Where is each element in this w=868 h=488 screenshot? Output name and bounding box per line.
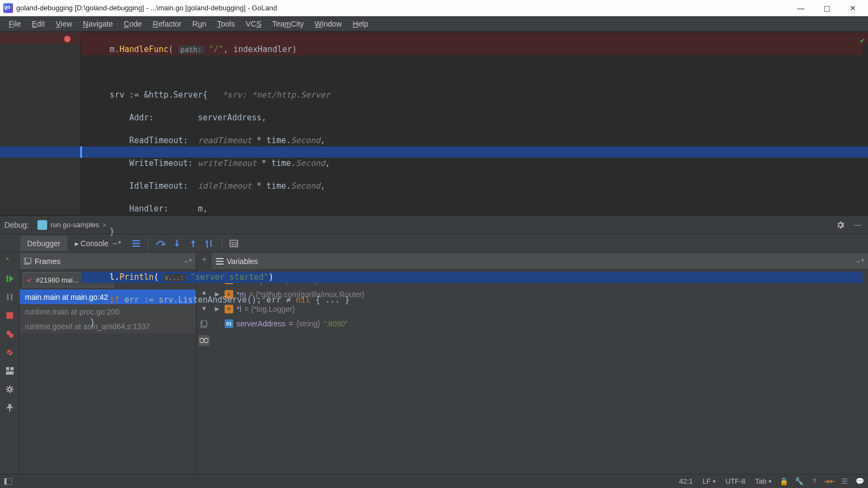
- debug-label: Debug:: [4, 221, 29, 229]
- svg-point-11: [8, 388, 11, 391]
- svg-rect-10: [6, 371, 14, 375]
- menu-tools[interactable]: Tools: [212, 17, 240, 30]
- svg-rect-1: [7, 275, 8, 282]
- gopher-icon: [37, 220, 47, 230]
- menu-view[interactable]: View: [50, 17, 78, 30]
- svg-rect-9: [10, 367, 14, 370]
- main-menubar: File Edit View Navigate Code Refactor Ru…: [0, 16, 868, 31]
- menu-window[interactable]: Window: [309, 17, 347, 30]
- frames-title: Frames: [35, 257, 60, 266]
- goland-app-icon: [3, 3, 13, 13]
- pin-icon[interactable]: [4, 402, 15, 413]
- svg-rect-4: [7, 312, 13, 319]
- rerun-icon[interactable]: [4, 255, 15, 266]
- menu-file[interactable]: File: [3, 17, 27, 30]
- svg-point-6: [9, 333, 14, 338]
- toolwindows-toggle-icon[interactable]: [3, 477, 13, 486]
- file-encoding[interactable]: UTF-8: [723, 477, 748, 485]
- layout-settings-icon[interactable]: [4, 365, 15, 376]
- readonly-toggle-icon[interactable]: 🔒: [779, 477, 789, 486]
- window-maximize-button[interactable]: ▢: [814, 0, 840, 16]
- goto-icon[interactable]: ⇥⇤: [825, 477, 834, 486]
- breakpoint-icon[interactable]: [64, 36, 71, 42]
- notifications-icon[interactable]: 💬: [855, 477, 865, 486]
- menu-help[interactable]: Help: [347, 17, 374, 30]
- thread-check-icon: ✔: [27, 276, 33, 284]
- window-minimize-button[interactable]: —: [788, 0, 814, 16]
- code-editor[interactable]: ✔ m.HandleFunc( path: "/", indexHandler)…: [0, 31, 868, 216]
- caret-position[interactable]: 42:1: [677, 477, 695, 485]
- stop-icon[interactable]: [4, 310, 15, 321]
- window-close-button[interactable]: ✕: [840, 0, 866, 16]
- menu-teamcity[interactable]: TeamCity: [267, 17, 309, 30]
- editor-gutter[interactable]: [0, 31, 80, 215]
- svg-rect-12: [9, 408, 10, 412]
- prev-frame-icon: ↑: [116, 273, 129, 286]
- svg-rect-2: [7, 294, 9, 300]
- window-title: goland-debugging [D:\goland-debugging] -…: [16, 4, 277, 12]
- mute-breakpoints-icon[interactable]: [4, 347, 15, 358]
- menu-vcs[interactable]: VCS: [240, 17, 267, 30]
- tab-debugger[interactable]: Debugger: [21, 236, 67, 251]
- menu-code[interactable]: Code: [118, 17, 147, 30]
- frames-icon: [24, 258, 31, 265]
- svg-rect-8: [6, 367, 9, 370]
- line-separator[interactable]: LF ▾: [700, 477, 718, 485]
- resume-icon[interactable]: [4, 273, 15, 284]
- indent-settings[interactable]: Tab ▾: [753, 477, 774, 485]
- window-titlebar: goland-debugging [D:\goland-debugging] -…: [0, 0, 868, 16]
- memory-indicator-icon[interactable]: ☰: [840, 477, 850, 486]
- menu-edit[interactable]: Edit: [27, 17, 50, 30]
- menu-run[interactable]: Run: [187, 17, 212, 30]
- code-content[interactable]: m.HandleFunc( path: "/", indexHandler) s…: [81, 33, 863, 351]
- status-bar: 42:1 LF ▾ UTF-8 Tab ▾ 🔒 🔧 ? ⇥⇤ ☰ 💬: [0, 474, 868, 488]
- pause-icon[interactable]: [4, 292, 15, 303]
- svg-rect-20: [4, 478, 7, 485]
- debug-left-rail: [0, 253, 20, 474]
- svg-rect-14: [25, 258, 31, 263]
- ide-tools-icon[interactable]: 🔧: [794, 477, 804, 486]
- svg-rect-3: [11, 294, 12, 300]
- menu-navigate[interactable]: Navigate: [78, 17, 118, 30]
- menu-refactor[interactable]: Refactor: [148, 17, 187, 30]
- help-icon[interactable]: ?: [809, 477, 819, 486]
- view-breakpoints-icon[interactable]: [4, 329, 15, 339]
- settings-gear-icon[interactable]: [4, 384, 15, 395]
